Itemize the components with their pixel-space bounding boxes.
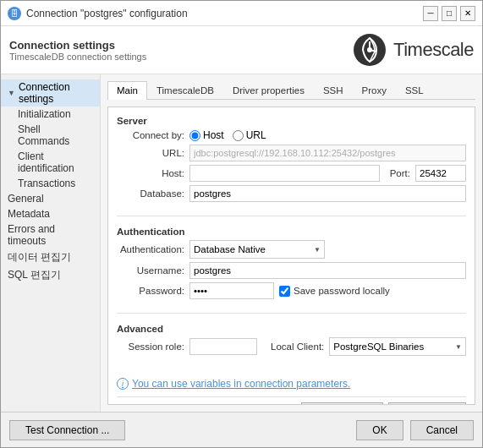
host-radio-label: Host — [203, 129, 224, 141]
url-label: URL: — [117, 148, 184, 158]
driver-buttons: Driver Settings Driver license — [301, 402, 466, 405]
connect-by-label: Connect by: — [117, 130, 184, 140]
window-title: Connection "postgres" configuration — [26, 8, 188, 19]
auth-section-label: Authentication — [117, 227, 466, 237]
title-bar-left: 🗄 Connection "postgres" configuration — [8, 7, 188, 20]
database-label: Database: — [117, 188, 184, 199]
local-client-dropdown-wrapper: PostgreSQL Binaries — [329, 337, 466, 356]
sidebar-item-label: Transactions — [18, 178, 75, 189]
session-role-label: Session role: — [117, 341, 184, 352]
app-icon: 🗄 — [8, 7, 21, 20]
timescale-logo-text: Timescale — [393, 39, 474, 61]
url-radio-label: URL — [246, 129, 266, 141]
database-row: Database: — [117, 185, 466, 202]
sidebar-item-label: Initialization — [18, 108, 71, 120]
timescale-logo: Timescale — [353, 33, 474, 67]
port-section: Port: — [390, 165, 466, 182]
sidebar-item-client-identification[interactable]: Client identification — [1, 149, 100, 176]
database-input[interactable] — [189, 185, 466, 202]
title-bar: 🗄 Connection "postgres" configuration ─ … — [1, 1, 482, 26]
cancel-button[interactable]: Cancel — [410, 420, 474, 440]
password-row: Password: Save password locally — [117, 282, 466, 299]
url-radio-option[interactable]: URL — [233, 129, 266, 141]
session-local-row: Session role: Local Client: PostgreSQL B… — [117, 337, 466, 356]
host-input[interactable] — [189, 165, 380, 182]
info-link[interactable]: i You can use variables in connection pa… — [117, 378, 466, 390]
sidebar-item-sql-editor[interactable]: SQL 편집기 — [1, 266, 100, 284]
tab-main[interactable]: Main — [107, 81, 147, 100]
header-text: Connection settings TimescaleDB connecti… — [9, 39, 146, 62]
driver-settings-button[interactable]: Driver Settings — [301, 402, 383, 405]
timescale-logo-icon — [353, 33, 387, 67]
port-label: Port: — [390, 168, 410, 178]
ok-button[interactable]: OK — [356, 420, 403, 440]
header-title: Connection settings — [9, 39, 146, 52]
username-row: Username: — [117, 262, 466, 279]
sidebar-item-errors-timeouts[interactable]: Errors and timeouts — [1, 221, 100, 249]
port-input[interactable] — [415, 165, 466, 182]
chevron-icon: ▼ — [8, 89, 15, 97]
sidebar-item-general[interactable]: General — [1, 191, 100, 206]
save-password-label: Save password locally — [294, 286, 390, 296]
window: 🗄 Connection "postgres" configuration ─ … — [0, 0, 483, 448]
session-role-input[interactable] — [189, 338, 257, 355]
sidebar-item-shell-commands[interactable]: Shell Commands — [1, 122, 100, 149]
close-button[interactable]: ✕ — [460, 6, 475, 21]
tab-proxy[interactable]: Proxy — [353, 81, 396, 99]
local-client-dropdown[interactable]: PostgreSQL Binaries — [329, 337, 466, 356]
username-label: Username: — [117, 265, 184, 276]
username-input[interactable] — [189, 262, 466, 279]
sidebar-item-initialization[interactable]: Initialization — [1, 107, 100, 122]
advanced-section: Advanced Session role: Local Client: Pos… — [117, 324, 466, 359]
header-subtitle: TimescaleDB connection settings — [9, 52, 146, 62]
authentication-dropdown-wrapper: Database Native — [189, 240, 325, 259]
sidebar-item-label: Errors and timeouts — [8, 223, 93, 247]
section-divider-1 — [117, 216, 466, 216]
info-link-text: You can use variables in connection para… — [132, 378, 350, 390]
main-panel: Server Connect by: Host URL — [107, 107, 475, 405]
url-input[interactable] — [189, 145, 466, 161]
authentication-label: Authentication: — [117, 244, 184, 254]
info-icon: i — [117, 378, 129, 390]
tabs: Main TimescaleDB Driver properties SSH P… — [107, 81, 475, 100]
sidebar-item-metadata[interactable]: Metadata — [1, 206, 100, 221]
sidebar-item-data-editor[interactable]: 데이터 편집기 — [1, 249, 100, 266]
title-bar-controls: ─ □ ✕ — [423, 6, 475, 21]
server-section: Server Connect by: Host URL — [117, 116, 466, 205]
sidebar-item-label: Client identification — [18, 150, 74, 174]
right-panel: Main TimescaleDB Driver properties SSH P… — [101, 74, 482, 412]
password-input[interactable] — [189, 282, 274, 299]
sidebar-item-label: Metadata — [8, 208, 50, 220]
bottom-right: OK Cancel — [356, 420, 474, 440]
save-password-checkbox[interactable] — [279, 286, 290, 297]
header-section: Connection settings TimescaleDB connecti… — [1, 26, 482, 74]
driver-row: Driver name: TimescaleDB Driver Settings… — [117, 396, 466, 405]
advanced-section-label: Advanced — [117, 324, 466, 334]
sidebar: ▼ Connection settings Initialization She… — [1, 74, 101, 412]
local-client-label: Local Client: — [271, 341, 324, 352]
host-radio[interactable] — [189, 130, 200, 141]
url-radio[interactable] — [233, 130, 244, 141]
test-connection-button[interactable]: Test Connection ... — [9, 420, 125, 440]
tab-timescaledb[interactable]: TimescaleDB — [147, 81, 223, 99]
sidebar-item-transactions[interactable]: Transactions — [1, 176, 100, 191]
save-password-row: Save password locally — [279, 286, 390, 297]
sidebar-item-label: Shell Commands — [18, 123, 69, 147]
maximize-button[interactable]: □ — [442, 6, 457, 21]
tab-driver-properties[interactable]: Driver properties — [223, 81, 314, 99]
driver-license-button[interactable]: Driver license — [388, 402, 466, 405]
tab-ssl[interactable]: SSL — [396, 81, 433, 99]
main-content: ▼ Connection settings Initialization She… — [1, 74, 482, 412]
server-section-label: Server — [117, 116, 466, 126]
sidebar-item-connection-settings[interactable]: ▼ Connection settings — [1, 79, 100, 107]
host-label: Host: — [117, 168, 184, 178]
authentication-dropdown[interactable]: Database Native — [189, 240, 325, 259]
sidebar-item-label: 데이터 편집기 — [8, 250, 71, 265]
password-label: Password: — [117, 286, 184, 296]
connect-by-row: Connect by: Host URL — [117, 129, 466, 141]
sidebar-item-label: Connection settings — [19, 81, 93, 105]
minimize-button[interactable]: ─ — [423, 6, 438, 21]
bottom-bar: Test Connection ... OK Cancel — [1, 412, 482, 447]
tab-ssh[interactable]: SSH — [314, 81, 353, 99]
host-radio-option[interactable]: Host — [189, 129, 224, 141]
